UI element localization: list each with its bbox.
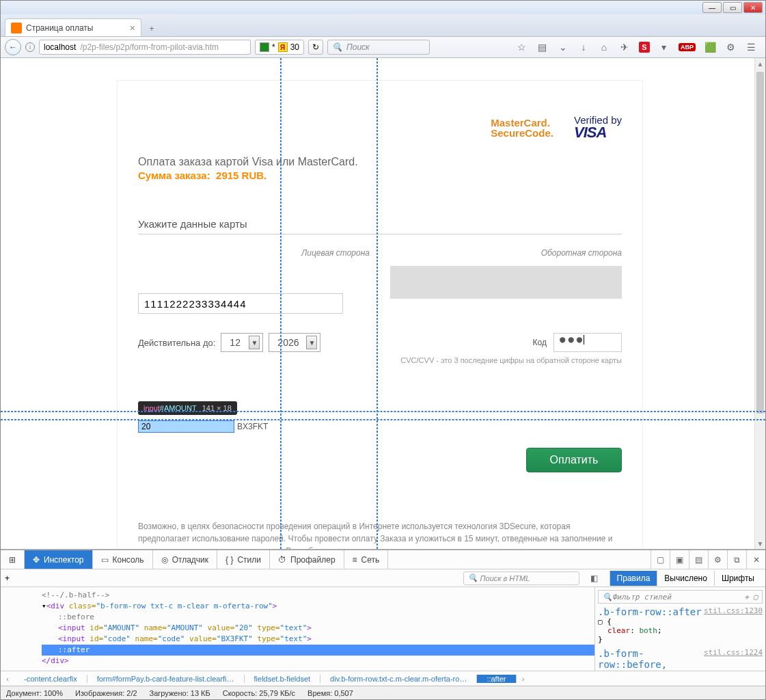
dom-breadcrumb[interactable]: ‹ -content.clearfix form#formPay.b-card-… [1,671,765,686]
tab-styles[interactable]: { } Стили [217,550,270,569]
downloads-icon[interactable]: ↓ [577,41,590,53]
devtools-settings-icon[interactable]: ⚙ [708,550,727,569]
toggle-html-panel-icon[interactable]: ◧ [585,574,604,583]
tab-close-icon[interactable]: × [130,23,135,33]
dropdown-icon[interactable]: ▾ [658,41,670,53]
style-filter-input[interactable]: 🔍 Фильтр стилей+ ▢ [598,590,763,604]
devtools-splitview-icon[interactable]: ▢ [651,550,670,569]
new-tab-button[interactable]: + [143,21,161,36]
order-amount: Сумма заказа: 2915 RUB. [138,170,622,181]
sidetab-fonts[interactable]: Шрифты [714,571,761,586]
section-title: Укажите данные карты [138,218,622,234]
crumb[interactable]: form#formPay.b-card-feature-list.clearfi… [87,675,245,683]
tab-network[interactable]: ≡ Сеть [344,550,389,569]
search-placeholder: Поиск [346,42,370,52]
tab-console[interactable]: ▭ Консоль [93,550,153,569]
gear-icon[interactable]: ⚙ [724,41,737,53]
html-search-input[interactable]: 🔍 Поиск в HTML [463,571,579,585]
scrollbar-thumb[interactable] [756,72,764,414]
abp-extension-icon[interactable]: ABP [679,43,696,51]
google-icon [260,42,269,52]
breadcrumb-next-icon[interactable]: › [517,675,530,683]
crumb[interactable]: div.b-form-row.txt-c.m-clear.m-oferta-ro… [320,675,477,683]
page-viewport: MasterCard.SecureCode. Verified byVISA О… [1,58,765,549]
disclaimer-1: Возможно, в целях безопасности проведени… [138,520,622,549]
bookmark-star-icon[interactable]: ☆ [516,41,528,53]
reader-icon[interactable]: ▤ [536,41,549,53]
expiry-month-select[interactable]: 12▼ [221,333,263,352]
vertical-scrollbar[interactable]: ▲ ▼ [754,58,765,549]
status-speed: Скорость: 25,79 КБ/с [223,689,295,697]
devtools-add-button[interactable]: + [5,574,10,583]
extension-s3-icon[interactable]: 🟩 [704,41,716,53]
devtools-popout-icon[interactable]: ⧉ [727,550,746,569]
site-info-icon[interactable]: i [25,42,35,52]
home-icon[interactable]: ⌂ [598,41,610,53]
breadcrumb-prev-icon[interactable]: ‹ [1,675,14,683]
crumb-active[interactable]: ::after [477,675,516,683]
devtools-pick-button[interactable]: ⊞ [1,550,25,569]
chevron-down-icon: ▼ [306,336,317,349]
browser-tabstrip: Страница оплаты × + [1,14,765,36]
menu-icon[interactable]: ☰ [745,41,757,53]
url-path: /p2p-files/p2p/form-from-pilot-avia.htm [80,42,219,52]
status-bar: Документ: 100% Изображения: 2/2 Загружен… [1,686,765,699]
browser-tab[interactable]: Страница оплаты × [5,18,141,36]
chevron-down-icon: ▼ [249,336,260,349]
css-source-link[interactable]: stil.css:1224 [704,648,763,657]
window-close-button[interactable]: ✕ [743,2,763,13]
tab-title: Страница оплаты [26,23,93,33]
address-bar[interactable]: localhost/p2p-files/p2p/form-from-pilot-… [39,40,251,55]
window-minimize-button[interactable]: — [702,2,722,13]
devtools-dock-icon[interactable]: ▣ [670,550,689,569]
pay-button[interactable]: Оплатить [526,448,622,472]
tab-profiler[interactable]: ⏱ Профайлер [270,550,344,569]
dom-selected-row[interactable]: ::after [42,645,594,656]
search-icon: 🔍 [332,42,342,52]
inspector-tooltip: input#AMOUNT 141 × 18 [138,401,237,415]
valid-through-label: Действительна до: [138,338,215,348]
scroll-up-icon[interactable]: ▲ [755,58,765,69]
sidetab-rules[interactable]: Правила [610,571,657,586]
scroll-down-icon[interactable]: ▼ [755,538,765,549]
sidetab-computed[interactable]: Вычислено [657,571,714,586]
chip-star: * [272,42,275,52]
search-box[interactable]: 🔍 Поиск [327,40,430,55]
yandex-count: 30 [290,42,299,52]
crumb[interactable]: fieldset.b-fieldset [245,675,321,683]
cvv-hint: CVC/CVV - это 3 последние цифры на обрат… [390,356,622,364]
toolbar-chip[interactable]: * Я 30 [255,40,304,55]
css-rules-panel[interactable]: 🔍 Фильтр стилей+ ▢ stil.css:1230.b-form-… [594,587,765,671]
reload-button[interactable]: ↻ [308,40,323,55]
devtools-panel: ⊞ ✥ Инспектор ▭ Консоль ◎ Отладчик { } С… [1,549,765,686]
css-source-link[interactable]: stil.css:1230 [704,606,763,615]
status-loaded: Загружено: 13 КБ [150,689,210,697]
card-magstripe [390,266,622,299]
window-maximize-button[interactable]: ▭ [723,2,742,13]
tab-debugger[interactable]: ◎ Отладчик [153,550,217,569]
status-document: Документ: 100% [6,689,63,697]
code-value: BX3FKT [237,422,268,431]
card-back-label: Оборотная сторона [390,248,622,258]
amount-input[interactable] [138,420,234,433]
devtools-dock2-icon[interactable]: ▤ [689,550,708,569]
tab-inspector[interactable]: ✥ Инспектор [25,550,93,569]
devtools-close-icon[interactable]: ✕ [746,550,765,569]
s-extension-icon[interactable]: S [639,42,650,53]
window-titlebar: — ▭ ✕ [1,1,765,14]
yandex-icon: Я [278,42,288,52]
send-icon[interactable]: ✈ [618,41,631,53]
status-time: Время: 0,507 [307,689,353,697]
nav-back-button[interactable]: ← [5,39,21,55]
crumb[interactable]: -content.clearfix [14,675,87,683]
mastercard-logo: MasterCard.SecureCode. [491,118,553,138]
card-number-input[interactable] [138,293,343,314]
expiry-year-select[interactable]: 2026▼ [269,333,320,352]
dom-tree[interactable]: <!--/.b-half--> ▾<div class="b-form-row … [1,587,594,671]
browser-toolbar: ← i localhost/p2p-files/p2p/form-from-pi… [1,36,765,58]
cvv-label: Код [533,338,547,347]
pocket-icon[interactable]: ⌄ [557,41,569,53]
cvv-input[interactable]: ●●● [553,333,622,352]
card-front-label: Лицевая сторона [138,248,370,258]
tab-favicon-icon [11,23,22,33]
